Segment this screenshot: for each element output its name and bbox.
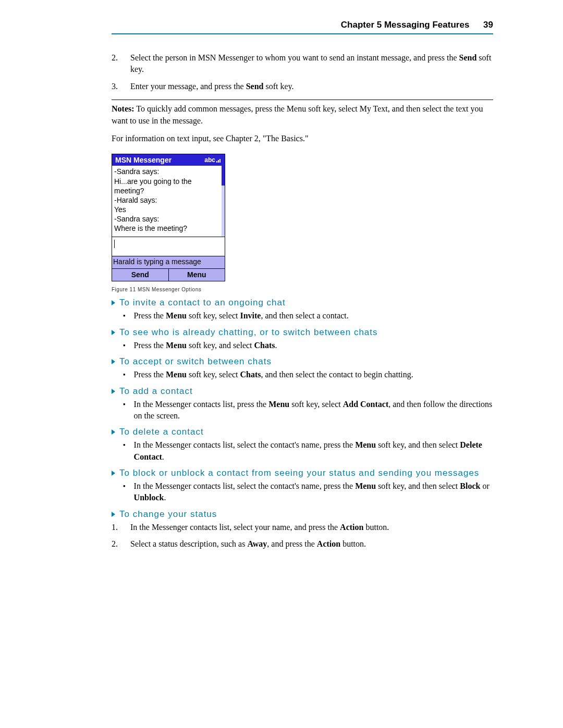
notes-text: To quickly add common messages, press th… (112, 104, 483, 125)
section-title: To invite a contact to an ongoing chat (119, 298, 493, 308)
section-heading: To change your status (112, 509, 493, 520)
bullet-list: In the Messenger contacts list, select t… (112, 439, 493, 463)
abc-text: abc (204, 156, 215, 164)
section-title: To delete a contact (119, 427, 493, 437)
section-heading: To add a contact (112, 386, 493, 397)
bullet-list: In the Messenger contacts list, press th… (112, 399, 493, 422)
step-text: Enter your message, and press the Send s… (130, 81, 493, 92)
msn-status-bar: Harald is typing a message (112, 256, 225, 268)
bullet-item: In the Messenger contacts list, select t… (123, 439, 493, 463)
scrollbar[interactable] (222, 166, 225, 237)
bullet-item: In the Messenger contacts list, press th… (123, 399, 493, 422)
item-number: 2. (112, 538, 130, 550)
section-heading: To invite a contact to an ongoing chat (112, 298, 493, 308)
section-heading: To accept or switch between chats (112, 356, 493, 367)
msn-titlebar: MSN Messenger abc (112, 154, 225, 166)
bullet-text: Press the Menu soft key, and select Chat… (134, 340, 493, 351)
chat-line: -Sandra says: (114, 214, 223, 224)
step-number: 3. (112, 81, 130, 92)
caret-icon (112, 330, 115, 335)
caret-icon (112, 300, 115, 305)
step-item: 3.Enter your message, and press the Send… (112, 81, 493, 92)
bullet-list: Press the Menu soft key, select Chats, a… (112, 369, 493, 380)
caret-icon (112, 359, 115, 364)
bullet-list: Press the Menu soft key, select Invite, … (112, 310, 493, 322)
notes-paragraph: Notes: To quickly add common messages, p… (112, 103, 493, 127)
section-heading: To see who is already chatting, or to sw… (112, 327, 493, 338)
bullet-list: In the Messenger contacts list, select t… (112, 480, 493, 504)
msn-chat-area: -Sandra says:Hi...are you going to theme… (112, 166, 225, 237)
section-heading: To block or unblock a contact from seein… (112, 468, 493, 478)
caret-icon (112, 471, 115, 476)
item-text: In the Messenger contacts list, select y… (130, 522, 493, 533)
caret-icon (112, 429, 115, 435)
section-title: To change your status (119, 509, 493, 520)
chat-line: Hi...are you going to the (114, 177, 223, 186)
numbered-item: 2.Select a status description, such as A… (112, 538, 493, 550)
item-text: Select a status description, such as Awa… (130, 538, 493, 550)
caret-icon (112, 512, 115, 517)
msn-messenger-window: MSN Messenger abc -Sandra says:Hi...are … (112, 154, 225, 281)
chat-line: Where is the meeting? (114, 224, 223, 233)
chat-line: -Sandra says: (114, 167, 223, 176)
bullet-item: In the Messenger contacts list, select t… (123, 480, 493, 504)
numbered-steps-top: 2.Select the person in MSN Messenger to … (112, 52, 493, 92)
bullet-text: Press the Menu soft key, select Invite, … (134, 310, 493, 322)
bullet-item: Press the Menu soft key, select Invite, … (123, 310, 493, 322)
chat-line: -Harald says: (114, 195, 223, 205)
msn-input-field[interactable] (112, 237, 225, 256)
numbered-list: 1.In the Messenger contacts list, select… (112, 522, 493, 550)
bullet-item: Press the Menu soft key, select Chats, a… (123, 369, 493, 380)
page: Chapter 5 Messaging Features 39 2.Select… (0, 0, 563, 728)
bullet-text: In the Messenger contacts list, press th… (134, 399, 493, 422)
chat-line: Yes (114, 205, 223, 214)
figure-caption: Figure 11 MSN Messenger Options (112, 287, 493, 292)
caret-icon (112, 389, 115, 394)
chat-line: meeting? (114, 186, 223, 195)
msn-softkeys: Send Menu (112, 268, 225, 281)
item-number: 1. (112, 522, 130, 533)
page-header: Chapter 5 Messaging Features 39 (112, 20, 493, 34)
bullet-text: In the Messenger contacts list, select t… (134, 480, 493, 504)
numbered-item: 1.In the Messenger contacts list, select… (112, 522, 493, 533)
bullet-item: Press the Menu soft key, and select Chat… (123, 340, 493, 351)
info-paragraph: For information on text input, see Chapt… (112, 133, 493, 144)
section-heading: To delete a contact (112, 427, 493, 437)
section-title: To see who is already chatting, or to sw… (119, 327, 493, 338)
step-item: 2.Select the person in MSN Messenger to … (112, 52, 493, 76)
section-title: To add a contact (119, 386, 493, 397)
input-mode-indicator: abc (204, 156, 222, 164)
signal-icon (216, 157, 222, 163)
page-number: 39 (483, 20, 493, 30)
msn-title: MSN Messenger (115, 156, 172, 164)
bullet-list: Press the Menu soft key, and select Chat… (112, 340, 493, 351)
notes-label: Notes: (112, 104, 134, 113)
softkey-send[interactable]: Send (112, 269, 169, 281)
step-number: 2. (112, 52, 130, 64)
section-title: To block or unblock a contact from seein… (119, 468, 493, 478)
separator-line (112, 100, 493, 100)
softkey-menu[interactable]: Menu (169, 269, 225, 281)
bullet-text: Press the Menu soft key, select Chats, a… (134, 369, 493, 380)
section-title: To accept or switch between chats (119, 356, 493, 367)
step-text: Select the person in MSN Messenger to wh… (130, 52, 493, 76)
chapter-title: Chapter 5 Messaging Features (341, 20, 470, 30)
bullet-text: In the Messenger contacts list, select t… (134, 439, 493, 463)
